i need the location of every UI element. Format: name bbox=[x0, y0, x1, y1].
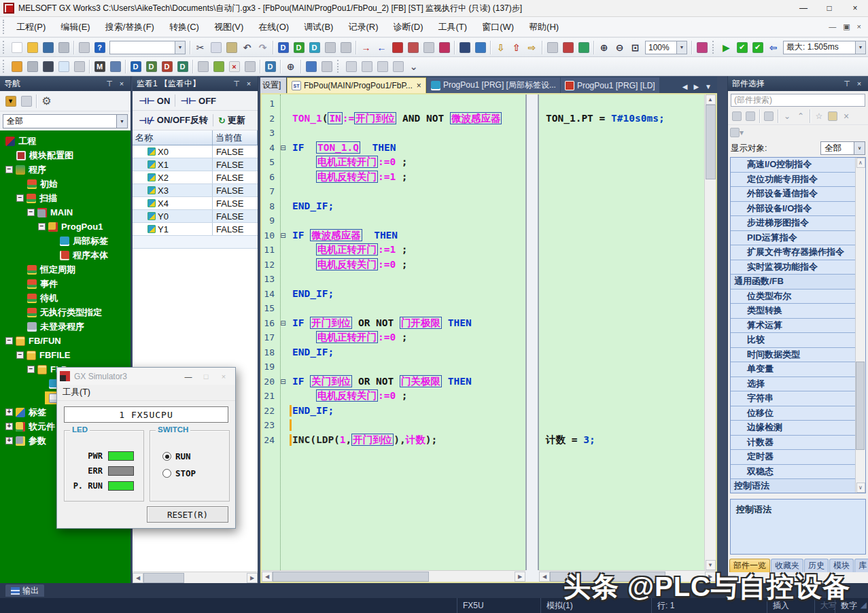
instruction-item-4[interactable]: 步进梯形图指令 bbox=[731, 216, 855, 231]
watch-row-Y1[interactable]: Y1FALSE bbox=[133, 223, 258, 236]
instruction-item-11[interactable]: 算术运算 bbox=[731, 319, 855, 334]
menu-item-9[interactable]: 工具(T) bbox=[431, 17, 475, 37]
settings-gear-icon[interactable]: ⚙ bbox=[39, 93, 54, 109]
monitor-gray-icon[interactable] bbox=[544, 39, 560, 56]
chevron-down-icon[interactable]: ▼ bbox=[676, 41, 687, 54]
chevron-down-icon[interactable]: ▼ bbox=[855, 41, 865, 54]
play-icon[interactable]: ▶ bbox=[718, 39, 734, 56]
instruction-item-5[interactable]: PID运算指令 bbox=[731, 231, 855, 246]
mdi-restore-icon[interactable]: ▣ bbox=[843, 22, 850, 31]
detail-display-icon[interactable] bbox=[762, 109, 776, 123]
fold-collapse-icon[interactable]: ⊟ bbox=[278, 144, 288, 152]
scroll-right-icon[interactable]: ▶ bbox=[515, 572, 525, 582]
quick-find-combo[interactable]: ▼ bbox=[109, 41, 186, 54]
menu-item-8[interactable]: 诊断(D) bbox=[385, 17, 430, 37]
switch-row-STOP[interactable]: STOP bbox=[162, 468, 196, 478]
note-list-icon[interactable] bbox=[71, 58, 87, 75]
menu-item-7[interactable]: 记录(R) bbox=[341, 17, 385, 37]
verify-plc-icon[interactable] bbox=[389, 39, 405, 56]
maximize-button[interactable]: □ bbox=[197, 372, 215, 381]
instruction-item-14[interactable]: 单变量 bbox=[731, 362, 855, 377]
instruction-item-16[interactable]: 字符串 bbox=[731, 391, 855, 406]
find-window-icon[interactable] bbox=[107, 58, 123, 75]
win-arrange2-icon[interactable] bbox=[359, 58, 375, 75]
sim-config-icon[interactable] bbox=[472, 39, 488, 56]
device-gray2-icon[interactable] bbox=[338, 39, 353, 56]
delete-icon[interactable]: × bbox=[839, 109, 853, 123]
element-select-icon[interactable] bbox=[24, 58, 40, 75]
tree-item-程序[interactable]: −程序 bbox=[0, 162, 131, 177]
expand-icon[interactable]: + bbox=[5, 408, 13, 416]
instruction-item-2[interactable]: 外部设备通信指令 bbox=[731, 187, 855, 202]
chevron-down-icon[interactable]: ▼ bbox=[116, 115, 127, 128]
close-icon[interactable]: × bbox=[244, 80, 254, 88]
scan-time-combo[interactable]: 最大: 1.505ms▼ bbox=[783, 41, 866, 54]
expand-icon[interactable]: + bbox=[5, 437, 13, 444]
plc-memory-icon[interactable] bbox=[405, 39, 421, 56]
fold-collapse-icon[interactable]: ⊟ bbox=[278, 232, 288, 239]
tree-item-待机[interactable]: 待机 bbox=[0, 291, 131, 305]
help-icon[interactable]: ? bbox=[92, 39, 107, 56]
tree-item-MAIN[interactable]: −MAIN bbox=[0, 205, 131, 220]
device-read-icon[interactable]: D bbox=[291, 39, 307, 56]
display-object-combo[interactable]: 全部 ∨ bbox=[820, 141, 865, 155]
print-icon[interactable] bbox=[56, 39, 71, 56]
mdi-close-icon[interactable]: × bbox=[857, 22, 861, 31]
instruction-item-13[interactable]: 时间数据类型 bbox=[731, 348, 855, 363]
check-conversion-icon[interactable]: ✔ bbox=[734, 39, 750, 56]
menu-item-6[interactable]: 调试(B) bbox=[296, 17, 341, 37]
watch-invert-button[interactable]: ⊣⊬ON/OFF反转 bbox=[134, 112, 213, 128]
instruction-item-12[interactable]: 比较 bbox=[731, 333, 855, 348]
cut-icon[interactable]: ✂ bbox=[192, 39, 208, 56]
clock-icon[interactable] bbox=[76, 39, 92, 56]
pane-splitter[interactable] bbox=[525, 94, 539, 570]
menu-item-11[interactable]: 帮助(H) bbox=[521, 17, 566, 37]
scroll-thumb[interactable] bbox=[706, 105, 716, 179]
win-arrange1-icon[interactable] bbox=[343, 58, 359, 75]
menu-item-0[interactable]: 工程(P) bbox=[9, 17, 53, 37]
monitor-start-icon[interactable] bbox=[560, 39, 576, 56]
tree-filter-icon[interactable]: ▾ bbox=[3, 93, 18, 109]
output-tab[interactable]: 输出 bbox=[5, 584, 44, 597]
watch-row-Y0[interactable]: Y0FALSE bbox=[133, 210, 258, 223]
parts-tab-4[interactable]: 库 bbox=[854, 559, 868, 572]
watch-hscrollbar[interactable]: ◀ ▶ bbox=[133, 572, 258, 583]
instruction-category-22[interactable]: 控制语法 bbox=[731, 479, 855, 493]
plc-disabled-icon[interactable] bbox=[421, 39, 436, 56]
redo-icon[interactable]: ↷ bbox=[255, 39, 271, 56]
tree-item-工程[interactable]: 工程 bbox=[0, 134, 131, 148]
watch-update-button[interactable]: ↻更新 bbox=[213, 112, 250, 128]
window-cascade-icon[interactable] bbox=[303, 58, 319, 75]
cross-reference-icon[interactable]: M bbox=[92, 58, 107, 75]
radio-selected-icon[interactable] bbox=[162, 452, 171, 461]
label-edit-icon[interactable] bbox=[211, 58, 226, 75]
reset-button[interactable]: RESET(R) bbox=[147, 506, 228, 523]
watch-find-icon[interactable]: ⊕ bbox=[283, 58, 298, 75]
code-hscrollbar[interactable]: ◀ ▶ bbox=[262, 570, 525, 582]
fold-collapse-icon[interactable]: ⊟ bbox=[278, 319, 288, 327]
instruction-item-1[interactable]: 定位功能专用指令 bbox=[731, 173, 855, 188]
instruction-item-6[interactable]: 扩展文件寄存器操作指令 bbox=[731, 245, 855, 260]
device-init-icon[interactable]: D bbox=[159, 58, 175, 75]
watch-row-empty[interactable] bbox=[133, 236, 258, 249]
tree-item-恒定周期[interactable]: 恒定周期 bbox=[0, 262, 131, 277]
close-button[interactable]: × bbox=[842, 0, 868, 16]
tree-item-FBFILE[interactable]: −FBFILE bbox=[0, 348, 131, 362]
win-arrange4-icon[interactable] bbox=[390, 58, 406, 75]
scroll-thumb[interactable] bbox=[143, 573, 184, 583]
tree-item-初始[interactable]: 初始 bbox=[0, 177, 131, 191]
minimize-button[interactable]: — bbox=[791, 0, 816, 16]
device-search-icon[interactable]: D bbox=[307, 39, 322, 56]
scroll-thumb[interactable] bbox=[273, 572, 429, 582]
chip-icon[interactable] bbox=[40, 58, 56, 75]
tree-item-事件[interactable]: 事件 bbox=[0, 277, 131, 291]
radio-icon[interactable] bbox=[162, 469, 171, 478]
tab-list-icon[interactable]: ▼ bbox=[705, 83, 712, 90]
color-config-icon[interactable] bbox=[694, 39, 710, 56]
pin-icon[interactable]: ⊤ bbox=[105, 80, 114, 88]
editor-tab-3[interactable]: ProgPou1 [PRG] [LD] bbox=[561, 77, 659, 93]
tree-item-局部标签[interactable]: 局部标签 bbox=[0, 234, 131, 248]
tool-gray-icon[interactable] bbox=[242, 58, 258, 75]
watch-row-X3[interactable]: X3FALSE bbox=[133, 184, 258, 197]
win-arrange3-icon[interactable] bbox=[375, 58, 390, 75]
